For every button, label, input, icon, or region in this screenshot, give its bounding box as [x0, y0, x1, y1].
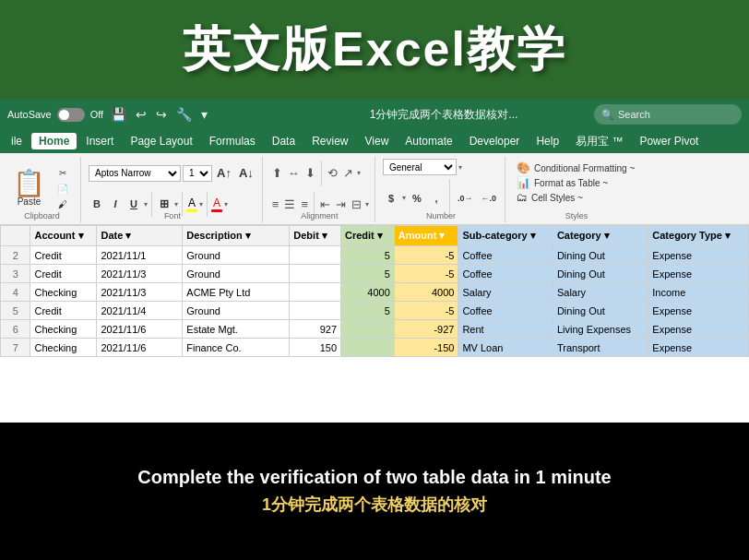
undo-icon[interactable]: ↩ — [134, 105, 149, 124]
decrease-decimal-button[interactable]: ←.0 — [478, 193, 499, 204]
account-cell[interactable]: Checking — [30, 320, 97, 339]
cattype-cell[interactable]: Expense — [648, 339, 749, 357]
decrease-font-button[interactable]: A↓ — [236, 165, 256, 181]
customize-icon[interactable]: 🔧 — [174, 105, 194, 124]
font-color-button[interactable]: A — [211, 197, 222, 212]
account-cell[interactable]: Credit — [30, 302, 97, 320]
category-cell[interactable]: Dining Out — [553, 302, 648, 320]
increase-font-button[interactable]: A↑ — [214, 165, 234, 181]
table-row[interactable]: 3Credit2021/11/3Ground5-5CoffeeDining Ou… — [1, 265, 749, 283]
menu-yiyongbao[interactable]: 易用宝 ™ — [568, 132, 630, 151]
paste-button[interactable]: 📋 Paste — [9, 171, 49, 207]
amount-cell[interactable]: -5 — [394, 302, 458, 320]
align-right-button[interactable]: ≡ — [299, 196, 310, 213]
menu-developer[interactable]: Developer — [462, 133, 528, 149]
amount-cell[interactable]: -927 — [394, 320, 458, 339]
underline-dropdown[interactable]: ▾ — [144, 200, 148, 209]
align-bottom-button[interactable]: ⬇ — [303, 164, 317, 182]
number-format-select[interactable]: General — [383, 159, 457, 175]
date-cell[interactable]: 2021/11/1 — [97, 246, 183, 265]
merge-dropdown[interactable]: ▾ — [365, 200, 369, 209]
date-cell[interactable]: 2021/11/3 — [97, 283, 183, 302]
subcategory-cell[interactable]: Coffee — [458, 246, 553, 265]
table-row[interactable]: 5Credit2021/11/4Ground5-5CoffeeDining Ou… — [1, 302, 749, 320]
account-cell[interactable]: Checking — [30, 283, 97, 302]
credit-cell[interactable]: 5 — [341, 265, 395, 283]
table-row[interactable]: 6Checking2021/11/6Estate Mgt.927-927Rent… — [1, 320, 749, 339]
category-cell[interactable]: Salary — [553, 283, 648, 302]
amount-cell[interactable]: 4000 — [394, 283, 458, 302]
menu-review[interactable]: Review — [304, 133, 355, 149]
date-cell[interactable]: 2021/11/4 — [97, 302, 183, 320]
align-middle-button[interactable]: ↔ — [286, 164, 302, 182]
align-center-button[interactable]: ☰ — [282, 196, 297, 213]
header-description[interactable]: Description ▾ — [183, 226, 290, 246]
align-left-button[interactable]: ≡ — [270, 196, 281, 213]
subcategory-cell[interactable]: Coffee — [458, 265, 553, 283]
credit-cell[interactable]: 5 — [341, 246, 395, 265]
amount-cell[interactable]: -5 — [394, 265, 458, 283]
date-cell[interactable]: 2021/11/6 — [97, 339, 183, 357]
subcategory-cell[interactable]: Salary — [458, 283, 553, 302]
desc-cell[interactable]: Ground — [183, 246, 290, 265]
menu-pagelayout[interactable]: Page Layout — [123, 133, 199, 149]
font-name-select[interactable]: Aptos Narrow — [89, 165, 181, 182]
dropdown-icon[interactable]: ▾ — [199, 105, 209, 124]
percent-button[interactable]: % — [409, 192, 425, 205]
align-top-button[interactable]: ⬆ — [270, 164, 284, 182]
search-bar[interactable]: 🔍 Search — [594, 104, 742, 125]
cell-styles-button[interactable]: 🗂 Cell Styles ~ — [513, 190, 640, 205]
menu-help[interactable]: Help — [529, 133, 566, 149]
conditional-formatting-button[interactable]: 🎨 Conditional Formatting ~ — [513, 161, 640, 175]
number-format-dropdown[interactable]: ▾ — [458, 163, 462, 172]
save-icon[interactable]: 💾 — [109, 105, 128, 124]
account-cell[interactable]: Checking — [30, 339, 97, 357]
menu-formulas[interactable]: Formulas — [202, 133, 263, 149]
merge-button[interactable]: ⊟ — [350, 196, 363, 213]
orientation-dropdown[interactable]: ▾ — [357, 169, 361, 177]
subcategory-cell[interactable]: Coffee — [458, 302, 553, 320]
redo-icon[interactable]: ↪ — [154, 105, 169, 124]
cattype-cell[interactable]: Income — [648, 283, 749, 302]
desc-cell[interactable]: Estate Mgt. — [183, 320, 290, 339]
menu-insert[interactable]: Insert — [78, 133, 121, 149]
credit-cell[interactable] — [341, 339, 395, 357]
category-cell[interactable]: Dining Out — [553, 265, 648, 283]
cattype-cell[interactable]: Expense — [648, 265, 749, 283]
debit-cell[interactable] — [290, 283, 341, 302]
subcategory-cell[interactable]: MV Loan — [458, 339, 553, 357]
font-color-dropdown[interactable]: ▾ — [224, 200, 228, 209]
italic-button[interactable]: I — [107, 197, 124, 210]
increase-indent-button[interactable]: ⇥ — [334, 196, 348, 213]
header-category-type[interactable]: Category Type ▾ — [648, 226, 749, 246]
comma-button[interactable]: , — [428, 192, 445, 205]
header-date[interactable]: Date ▾ — [97, 226, 183, 246]
desc-cell[interactable]: Ground — [183, 265, 290, 283]
increase-decimal-button[interactable]: .0→ — [455, 193, 476, 204]
debit-cell[interactable]: 150 — [290, 339, 341, 357]
desc-cell[interactable]: Ground — [183, 302, 290, 320]
account-cell[interactable]: Credit — [30, 265, 97, 283]
header-debit[interactable]: Debit ▾ — [290, 226, 341, 246]
header-credit[interactable]: Credit ▾ — [341, 226, 395, 246]
credit-cell[interactable]: 5 — [341, 302, 395, 320]
bold-button[interactable]: B — [89, 197, 105, 210]
table-row[interactable]: 2Credit2021/11/1Ground5-5CoffeeDining Ou… — [1, 246, 749, 265]
underline-button[interactable]: U — [125, 197, 142, 210]
format-as-table-button[interactable]: 📊 Format as Table ~ — [513, 175, 640, 190]
category-cell[interactable]: Living Expenses — [553, 320, 648, 339]
wrap-text-button[interactable]: ⟲ — [326, 164, 339, 182]
menu-automate[interactable]: Automate — [398, 133, 459, 149]
debit-cell[interactable] — [290, 302, 341, 320]
format-painter-button[interactable]: 🖌 — [51, 197, 75, 211]
menu-view[interactable]: View — [358, 133, 397, 149]
date-cell[interactable]: 2021/11/6 — [97, 320, 183, 339]
header-subcategory[interactable]: Sub-category ▾ — [458, 226, 553, 246]
credit-cell[interactable]: 4000 — [341, 283, 395, 302]
debit-cell[interactable]: 927 — [290, 320, 341, 339]
debit-cell[interactable] — [290, 246, 341, 265]
category-cell[interactable]: Transport — [553, 339, 648, 357]
header-account[interactable]: Account ▾ — [30, 226, 97, 246]
cattype-cell[interactable]: Expense — [648, 320, 749, 339]
fill-color-button[interactable]: A — [186, 197, 197, 212]
